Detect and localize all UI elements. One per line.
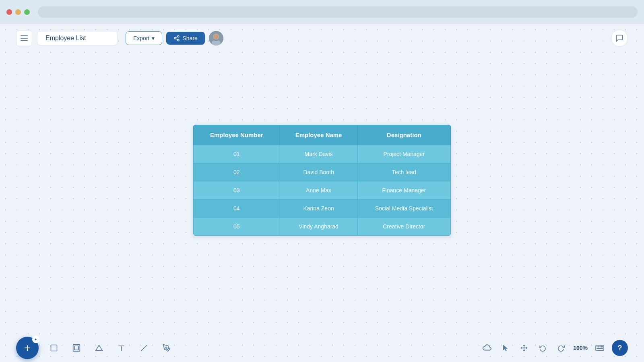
avatar[interactable] [209, 31, 223, 45]
svg-point-8 [214, 34, 219, 39]
svg-point-0 [178, 35, 179, 37]
bottom-right-tools: 100% ? [481, 340, 628, 356]
keyboard-button[interactable] [593, 341, 606, 354]
cell-name: Karina Zeon [280, 200, 357, 218]
svg-point-2 [178, 39, 179, 41]
svg-point-1 [174, 37, 176, 39]
cell-number: 03 [194, 181, 280, 200]
help-icon: ? [618, 344, 622, 352]
cell-number: 01 [194, 145, 280, 163]
rectangle-tool-button[interactable] [47, 341, 61, 355]
table-body: 01Mark DavisProject Manager02David Booth… [194, 145, 451, 236]
table-header-row: Employee Number Employee Name Designatio… [194, 125, 451, 145]
export-label: Export [133, 35, 149, 41]
drawing-tools [47, 341, 174, 355]
svg-line-3 [176, 39, 178, 40]
export-button[interactable]: Export ▾ [126, 31, 162, 45]
dropdown-arrow-icon: ▾ [152, 35, 155, 41]
text-icon [118, 344, 126, 352]
canvas-area: Employee List Export ▾ Share [0, 24, 644, 362]
url-bar[interactable] [38, 6, 638, 18]
cell-name: Vindy Angharad [280, 218, 357, 236]
chat-icon [615, 34, 623, 42]
cloud-button[interactable] [481, 341, 493, 354]
employee-table: Employee Number Employee Name Designatio… [193, 125, 451, 236]
traffic-lights [6, 9, 30, 15]
cell-name: Mark Davis [280, 145, 357, 163]
cloud-icon [483, 344, 491, 352]
keyboard-icon [595, 345, 604, 351]
table-row: 05Vindy AngharadCreative Director [194, 218, 451, 236]
cell-designation: Tech lead [357, 163, 450, 181]
top-toolbar: Employee List Export ▾ Share [0, 24, 644, 52]
close-window-button[interactable] [6, 9, 12, 15]
svg-line-4 [176, 37, 178, 38]
col-header-name: Employee Name [280, 125, 357, 145]
undo-icon [539, 344, 546, 352]
cell-designation: Project Manager [357, 145, 450, 163]
cell-name: Anne Max [280, 181, 357, 200]
move-button[interactable] [518, 341, 530, 354]
hamburger-icon [21, 35, 28, 41]
svg-rect-11 [74, 346, 78, 350]
share-icon [173, 35, 180, 41]
svg-point-15 [166, 347, 167, 348]
user-avatar-image [209, 31, 223, 45]
svg-rect-9 [51, 345, 57, 351]
maximize-window-button[interactable] [24, 9, 30, 15]
employee-table-container: Employee Number Employee Name Designatio… [193, 125, 451, 236]
text-tool-button[interactable] [114, 341, 129, 355]
share-label: Share [182, 35, 197, 41]
move-icon [520, 344, 528, 352]
plus-icon: + [24, 341, 31, 354]
share-button[interactable]: Share [166, 32, 204, 45]
cell-designation: Social Media Specialist [357, 200, 450, 218]
shape-tool-button[interactable] [92, 341, 106, 355]
fab-badge: ✦ [32, 336, 39, 343]
add-button[interactable]: + ✦ [16, 337, 39, 359]
pen-tool-button[interactable] [159, 341, 174, 355]
cell-number: 04 [194, 200, 280, 218]
cell-number: 05 [194, 218, 280, 236]
cell-designation: Creative Director [357, 218, 450, 236]
undo-button[interactable] [536, 341, 549, 354]
rectangle-icon [50, 344, 58, 352]
table-row: 01Mark DavisProject Manager [194, 145, 451, 163]
table-row: 03Anne MaxFinance Manager [194, 181, 451, 200]
zoom-level: 100% [573, 345, 588, 351]
cursor-icon [502, 344, 509, 352]
redo-icon [557, 344, 565, 352]
svg-line-14 [141, 345, 147, 351]
menu-button[interactable] [16, 30, 32, 46]
svg-rect-18 [596, 346, 604, 351]
bottom-toolbar: + ✦ [0, 334, 644, 362]
help-button[interactable]: ? [612, 340, 628, 356]
line-tool-button[interactable] [137, 341, 151, 355]
chat-button[interactable] [611, 30, 628, 47]
minimize-window-button[interactable] [15, 9, 21, 15]
shape-icon [95, 344, 103, 352]
col-header-designation: Designation [357, 125, 450, 145]
frame-tool-button[interactable] [69, 341, 84, 355]
cursor-button[interactable] [499, 341, 512, 354]
cell-name: David Booth [280, 163, 357, 181]
page-title: Employee List [37, 31, 118, 45]
redo-button[interactable] [555, 341, 568, 354]
toolbar-actions: Export ▾ Share [126, 31, 223, 45]
frame-icon [72, 344, 80, 352]
cell-number: 02 [194, 163, 280, 181]
title-bar [0, 0, 644, 24]
col-header-number: Employee Number [194, 125, 280, 145]
pen-icon [163, 344, 171, 352]
cell-designation: Finance Manager [357, 181, 450, 200]
table-row: 02David BoothTech lead [194, 163, 451, 181]
table-row: 04Karina ZeonSocial Media Specialist [194, 200, 451, 218]
line-icon [140, 344, 148, 352]
